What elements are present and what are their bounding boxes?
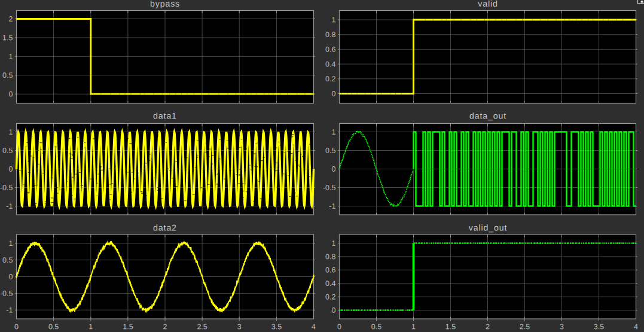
svg-text:-0.5: -0.5 (0, 290, 13, 298)
svg-text:0: 0 (9, 165, 13, 173)
svg-text:0.5: 0.5 (48, 322, 59, 331)
svg-text:data1: data1 (153, 111, 177, 120)
svg-text:0.8: 0.8 (325, 252, 335, 261)
svg-text:0: 0 (337, 322, 341, 331)
svg-text:0: 0 (9, 90, 13, 98)
svg-text:valid_out: valid_out (469, 223, 507, 232)
svg-text:0.2: 0.2 (325, 75, 335, 83)
svg-text:valid: valid (478, 0, 498, 8)
svg-text:0.5: 0.5 (371, 322, 381, 331)
svg-text:data_out: data_out (469, 111, 506, 120)
svg-text:4: 4 (312, 322, 316, 331)
svg-text:2: 2 (486, 322, 490, 331)
svg-text:1.5: 1.5 (2, 33, 13, 42)
svg-text:0.4: 0.4 (325, 60, 335, 68)
svg-text:0.6: 0.6 (325, 45, 335, 54)
svg-text:-0.5: -0.5 (0, 184, 13, 192)
svg-text:-1: -1 (6, 306, 13, 315)
svg-text:0: 0 (332, 90, 336, 98)
svg-text:2.5: 2.5 (197, 322, 207, 331)
svg-text:-0.5: -0.5 (323, 184, 336, 192)
svg-text:1: 1 (332, 16, 336, 24)
svg-text:1: 1 (332, 128, 336, 136)
svg-text:2: 2 (9, 15, 13, 23)
svg-text:3.5: 3.5 (271, 322, 282, 331)
svg-text:4: 4 (634, 322, 638, 331)
svg-text:0: 0 (14, 322, 19, 331)
svg-text:data2: data2 (153, 223, 177, 232)
svg-text:-1: -1 (6, 202, 13, 211)
svg-text:bypass: bypass (150, 0, 180, 8)
svg-text:1.5: 1.5 (123, 322, 133, 331)
svg-text:3.5: 3.5 (594, 322, 604, 331)
svg-text:-1: -1 (329, 202, 335, 211)
svg-text:1: 1 (332, 239, 336, 248)
svg-text:0.4: 0.4 (325, 279, 335, 288)
svg-text:2.5: 2.5 (520, 322, 530, 331)
svg-text:0: 0 (332, 306, 336, 315)
svg-text:0.5: 0.5 (325, 147, 335, 155)
svg-text:2: 2 (163, 322, 167, 331)
svg-text:0.5: 0.5 (2, 147, 13, 155)
svg-text:1: 1 (88, 322, 93, 331)
svg-text:1: 1 (9, 239, 13, 248)
svg-text:1: 1 (9, 53, 13, 61)
svg-text:0.8: 0.8 (325, 31, 335, 39)
svg-text:3: 3 (237, 322, 242, 331)
svg-text:1: 1 (411, 322, 416, 331)
svg-text:0.2: 0.2 (325, 293, 335, 301)
svg-text:1: 1 (9, 128, 13, 136)
svg-text:0.5: 0.5 (2, 71, 13, 80)
svg-text:0: 0 (332, 165, 336, 173)
svg-text:1.5: 1.5 (445, 322, 456, 331)
svg-text:0.6: 0.6 (325, 266, 335, 275)
svg-text:0: 0 (9, 273, 13, 281)
svg-text:0.5: 0.5 (2, 256, 13, 264)
svg-text:3: 3 (560, 322, 564, 331)
